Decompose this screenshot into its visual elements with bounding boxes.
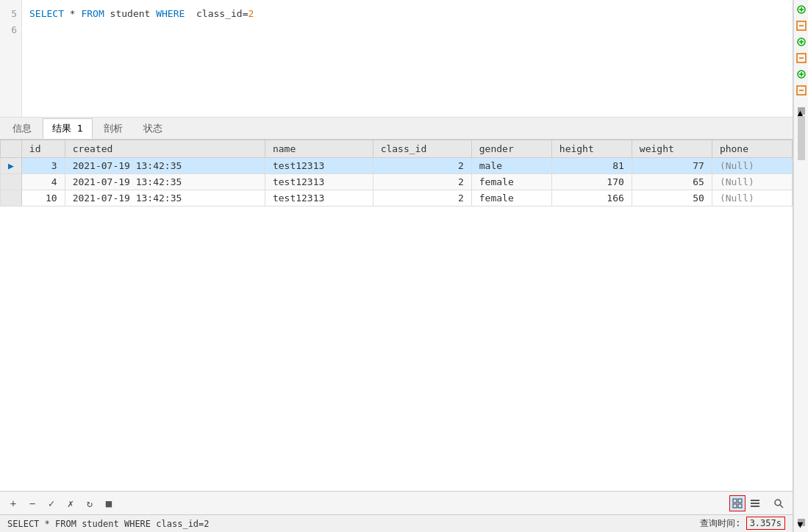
cell-phone: (Null)	[712, 174, 792, 190]
cell-created: 2021-07-19 13:42:35	[65, 174, 265, 190]
cell-classid: 2	[373, 190, 471, 206]
table-row[interactable]: 4 2021-07-19 13:42:35 test12313 2 female…	[1, 174, 793, 190]
time-value-box: 3.357s	[746, 517, 785, 530]
cell-weight: 50	[632, 190, 712, 206]
result-table: id created name class_id gender height w…	[0, 140, 793, 206]
row-selected-indicator: ▶	[8, 160, 14, 171]
status-time: 查询时间: 3.357s	[700, 517, 785, 530]
list-icon	[750, 498, 760, 508]
status-query-text: SELECT * FROM student WHERE class_id=2	[7, 519, 210, 529]
tabs-bar: 信息 结果 1 剖析 状态	[0, 118, 793, 140]
svg-rect-0	[733, 499, 737, 503]
cell-weight: 65	[632, 174, 712, 190]
scroll-up-button[interactable]: ▲	[798, 107, 805, 115]
cell-phone: (Null)	[712, 158, 792, 174]
sidebar-icon-svg-4	[796, 53, 807, 63]
code-editor[interactable]: 5 6 SELECT * FROM student WHERE class_id…	[0, 0, 793, 118]
tab-status[interactable]: 状态	[134, 118, 172, 139]
tab-result1[interactable]: 结果 1	[43, 118, 93, 139]
col-header-id: id	[21, 140, 65, 158]
code-star: *	[64, 8, 81, 19]
cell-height: 166	[551, 190, 632, 206]
svg-rect-2	[733, 504, 737, 508]
line-numbers: 5 6	[0, 0, 22, 117]
scrollbar-area[interactable]: ▲	[798, 100, 805, 516]
svg-rect-5	[751, 503, 759, 504]
search-button[interactable]	[771, 495, 787, 511]
col-header-classid: class_id	[373, 140, 471, 158]
table-row[interactable]: ▶ 3 2021-07-19 13:42:35 test12313 2 male…	[1, 158, 793, 174]
sidebar-icon-2[interactable]	[795, 19, 808, 32]
table-row[interactable]: 10 2021-07-19 13:42:35 test12313 2 femal…	[1, 190, 793, 206]
col-header-gender: gender	[471, 140, 551, 158]
col-header-weight: weight	[632, 140, 712, 158]
time-label: 查询时间:	[700, 518, 740, 528]
cell-name: test12313	[265, 190, 373, 206]
cell-id: 3	[21, 158, 65, 174]
code-content[interactable]: SELECT * FROM student WHERE class_id=2	[22, 0, 793, 117]
cell-weight: 77	[632, 158, 712, 174]
stop-button[interactable]: ■	[101, 496, 116, 511]
cancel-button[interactable]: ✗	[63, 496, 78, 511]
cell-height: 170	[551, 174, 632, 190]
status-bar: SELECT * FROM student WHERE class_id=2 查…	[0, 514, 793, 532]
sidebar-icon-svg-5	[796, 69, 807, 79]
scroll-thumb[interactable]	[798, 116, 805, 160]
results-panel: 信息 结果 1 剖析 状态 id created name class_id	[0, 118, 793, 491]
list-view-button[interactable]	[747, 495, 763, 511]
scroll-down-button[interactable]: ▼	[798, 519, 805, 526]
sidebar-icon-svg-2	[796, 21, 807, 31]
grid-view-button[interactable]	[729, 495, 746, 511]
cell-gender: female	[471, 190, 551, 206]
col-header-height: height	[551, 140, 632, 158]
tab-info[interactable]: 信息	[3, 118, 41, 139]
cell-created: 2021-07-19 13:42:35	[65, 158, 265, 174]
svg-point-7	[775, 500, 781, 506]
svg-rect-6	[751, 506, 759, 507]
apply-button[interactable]: ✓	[44, 496, 59, 511]
refresh-button[interactable]: ↻	[82, 496, 97, 511]
cell-name: test12313	[265, 174, 373, 190]
remove-row-button[interactable]: −	[25, 496, 40, 511]
svg-rect-3	[738, 504, 742, 508]
view-icons-group	[729, 495, 763, 511]
add-row-button[interactable]: +	[6, 496, 21, 511]
tab-analyze[interactable]: 剖析	[94, 118, 132, 139]
cell-created: 2021-07-19 13:42:35	[65, 190, 265, 206]
cell-height: 81	[551, 158, 632, 174]
keyword-from: FROM	[81, 8, 104, 19]
sidebar-icon-svg-3	[796, 37, 807, 47]
search-icon	[773, 498, 784, 508]
col-header-name: name	[265, 140, 373, 158]
sidebar-icon-svg-6	[796, 85, 807, 96]
sidebar-icon-3[interactable]	[795, 35, 808, 48]
code-condition: class_id=	[185, 8, 248, 19]
col-header-created: created	[65, 140, 265, 158]
cell-name: test12313	[265, 158, 373, 174]
sidebar-icon-svg-1	[796, 4, 807, 15]
cell-classid: 2	[373, 174, 471, 190]
result-table-container[interactable]: id created name class_id gender height w…	[0, 140, 793, 491]
svg-rect-1	[738, 499, 742, 503]
sidebar-icon-4[interactable]	[795, 51, 808, 65]
grid-icon	[732, 498, 743, 508]
cell-phone: (Null)	[712, 190, 792, 206]
cell-gender: female	[471, 174, 551, 190]
cell-gender: male	[471, 158, 551, 174]
col-header-phone: phone	[712, 140, 792, 158]
svg-rect-4	[751, 500, 759, 501]
code-table: student	[104, 8, 156, 19]
cell-id: 10	[21, 190, 65, 206]
bottom-toolbar: + − ✓ ✗ ↻ ■	[0, 491, 793, 514]
svg-line-8	[780, 505, 783, 508]
sidebar-icon-5[interactable]	[795, 68, 808, 81]
code-value: 2	[248, 8, 254, 19]
right-sidebar: ▲ ▼	[793, 0, 808, 532]
keyword-select: SELECT	[29, 8, 64, 19]
sidebar-icon-6[interactable]	[795, 84, 808, 97]
sidebar-icon-1[interactable]	[795, 3, 808, 16]
keyword-where: WHERE	[156, 8, 185, 19]
cell-id: 4	[21, 174, 65, 190]
cell-classid: 2	[373, 158, 471, 174]
